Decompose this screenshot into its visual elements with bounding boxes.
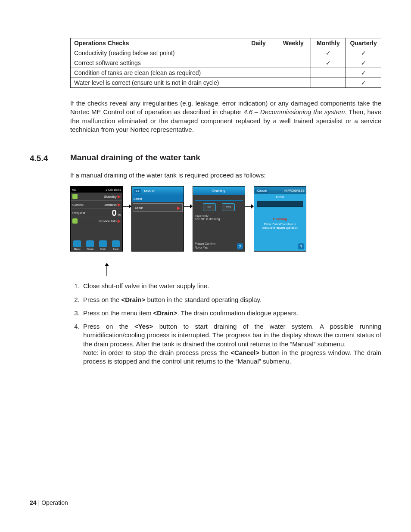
cell-daily: [241, 78, 276, 88]
cell-weekly: [276, 78, 311, 88]
status-icon: [72, 194, 78, 199]
yes-button[interactable]: Yes: [222, 203, 235, 211]
progress-hint: menu and resume operation: [262, 226, 297, 229]
confirm-line: Please Confirm: [195, 242, 215, 245]
drain-menu-item[interactable]: Drain ▶: [133, 203, 183, 212]
step-item: Press on the menu item <Drain>. The drai…: [81, 309, 381, 317]
step-text: Note: in order to stop the drain process…: [83, 349, 230, 356]
screen-title: Manual: [144, 189, 155, 193]
section-intro: If a manual draining of the water tank i…: [70, 171, 381, 180]
arrow-right-icon: [184, 186, 193, 269]
cell-quarterly: ✓: [346, 58, 381, 68]
help-button[interactable]: Help: [111, 240, 121, 250]
screenshot-standard-display: ME 1 Oct 16:41 Standby ▶ Control Demand …: [70, 186, 123, 252]
cell-weekly: [276, 58, 311, 68]
step-item: Close shut-off valve in the water supply…: [81, 282, 381, 290]
step-text: button in the standard operating display…: [145, 296, 262, 303]
th-weekly: Weekly: [276, 38, 311, 48]
check-label: Water level is correct (ensure unit Is n…: [71, 78, 241, 88]
table-row: Correct software settings ✓ ✓: [71, 58, 381, 68]
screenshot-drain-progress: Cancel IN PROGRESS Drain Draining Press …: [254, 186, 306, 252]
help-icon[interactable]: ?: [237, 243, 243, 249]
screenshot-manual-menu: << Manual Select Drain ▶: [131, 186, 184, 252]
icon-label: About: [87, 248, 93, 250]
dialog-title: Draining: [193, 187, 245, 195]
cell-weekly: [276, 68, 311, 78]
cell-quarterly: ✓: [346, 48, 381, 58]
progress-bar: [257, 201, 303, 207]
operations-checks-table: Operations Checks Daily Weekly Monthly Q…: [70, 38, 381, 88]
th-operations-checks: Operations Checks: [71, 38, 241, 48]
cell-daily: [241, 48, 276, 58]
check-label: Condition of tanks are clean (clean as r…: [71, 68, 241, 78]
page-footer: 24|Operation: [30, 499, 68, 506]
icon-label: Menu: [74, 248, 80, 250]
svg-marker-7: [105, 263, 109, 266]
progress-hint: Press 'Cancel' to return to: [264, 223, 296, 226]
step-text: Press on the: [83, 296, 121, 303]
cell-monthly: ✓: [311, 48, 346, 58]
help-icon[interactable]: ?: [298, 243, 304, 249]
device-name: ME: [72, 188, 77, 191]
caution-heading: CAUTION:: [195, 215, 209, 218]
cell-quarterly: ✓: [346, 68, 381, 78]
progress-status: IN PROGRESS: [283, 189, 305, 192]
irregularities-paragraph: If the checks reveal any irregularities …: [70, 99, 381, 134]
row-label: Standby: [104, 195, 116, 199]
screenshots-row: ME 1 Oct 16:41 Standby ▶ Control Demand …: [70, 186, 381, 269]
select-label: Select: [132, 195, 184, 202]
table-row: Condition of tanks are clean (clean as r…: [71, 68, 381, 78]
th-daily: Daily: [241, 38, 276, 48]
row-label: Request: [72, 211, 85, 215]
step-text: . The drain confirmation dialogue appear…: [177, 309, 298, 317]
step-item: Press on the <Drain> button in the stand…: [81, 296, 381, 304]
table-row: Water level is correct (ensure unit Is n…: [71, 78, 381, 88]
th-quarterly: Quarterly: [346, 38, 381, 48]
screenshot-drain-confirm: Draining No Yes CAUTION: The ME is drain…: [193, 186, 245, 252]
row-label: Service Info: [99, 219, 117, 223]
icon-label: Help: [113, 248, 118, 250]
menu-button[interactable]: Menu: [72, 240, 82, 250]
step-text: Press on the menu item: [83, 309, 153, 317]
icon-label: Drain: [100, 248, 106, 250]
footer-section: Operation: [41, 499, 68, 506]
cell-daily: [241, 68, 276, 78]
button-ref: <Drain>: [153, 309, 177, 317]
arrow-right-icon: [123, 186, 131, 269]
chevron-right-icon: ▶: [118, 219, 121, 223]
table-row: Conductivity (reading below set point) ✓…: [71, 48, 381, 58]
row-value: Demand: [104, 203, 117, 207]
request-unit: %: [118, 213, 121, 217]
cancel-button[interactable]: Cancel: [255, 189, 268, 193]
th-monthly: Monthly: [311, 38, 346, 48]
step-item: Press on the <Yes> button to start drain…: [81, 322, 381, 366]
cell-weekly: [276, 48, 311, 58]
datetime: 1 Oct 16:41: [106, 188, 121, 191]
check-label: Conductivity (reading below set point): [71, 48, 241, 58]
progress-label: Draining: [254, 217, 306, 221]
request-value: 0: [112, 208, 117, 218]
check-label: Correct software settings: [71, 58, 241, 68]
about-button[interactable]: About: [85, 240, 95, 250]
drain-button[interactable]: Drain: [98, 240, 108, 250]
button-ref: <Drain>: [121, 296, 145, 303]
step-text: Close shut-off valve in the water supply…: [83, 282, 209, 289]
cell-daily: [241, 58, 276, 68]
back-button[interactable]: <<: [134, 189, 141, 193]
section-number: 4.5.4: [30, 153, 70, 163]
button-ref: <Cancel>: [230, 349, 259, 356]
chevron-right-icon: ▶: [177, 205, 181, 210]
cell-quarterly: ✓: [346, 78, 381, 88]
no-button[interactable]: No: [203, 203, 216, 211]
section-heading: 4.5.4 Manual draining of the water tank: [30, 153, 381, 163]
confirm-line: No or Yes: [195, 246, 208, 249]
progress-subtitle: Drain: [254, 195, 306, 199]
step-text: Press on the: [83, 323, 134, 330]
row-label: Control: [72, 203, 84, 207]
arrow-right-icon: [245, 186, 254, 269]
cell-monthly: [311, 78, 346, 88]
caution-text: The ME is draining: [195, 218, 220, 221]
cell-monthly: [311, 68, 346, 78]
page-number: 24: [30, 499, 37, 506]
chevron-right-icon: ▶: [118, 194, 121, 199]
